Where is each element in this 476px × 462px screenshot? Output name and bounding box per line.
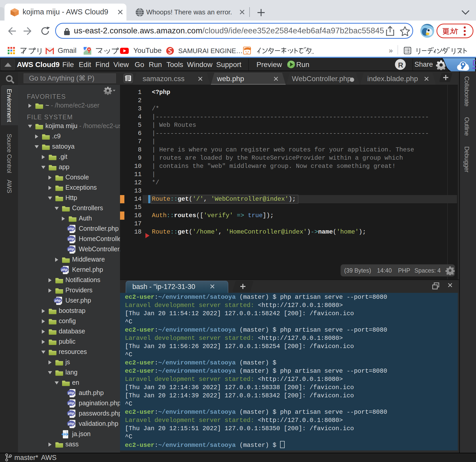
svg-text:php: php [68,411,74,415]
svg-text:php: php [68,401,74,405]
svg-text:php: php [68,247,74,251]
svg-text:php: php [61,268,67,272]
svg-text:php: php [68,227,74,230]
svg-text:php: php [68,391,74,395]
svg-text:php: php [68,237,74,241]
svg-text:php: php [54,299,61,302]
svg-text:php: php [68,422,74,426]
